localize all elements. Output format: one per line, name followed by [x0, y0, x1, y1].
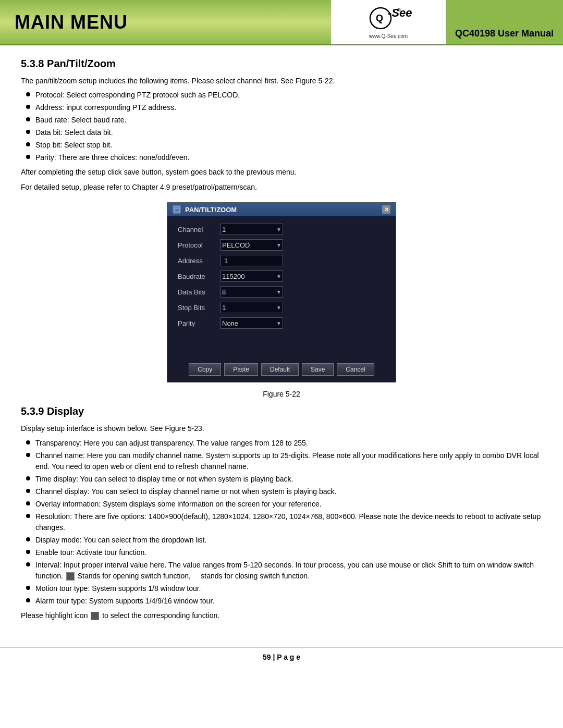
bullet-icon	[26, 142, 30, 146]
svg-rect-4	[174, 207, 179, 212]
list-item: Enable tour: Activate tour function.	[26, 547, 542, 558]
list-item: Parity: There are three choices: none/od…	[26, 152, 542, 163]
list-item: Data bit: Select data bit.	[26, 127, 542, 138]
bullet-icon	[26, 537, 30, 541]
svg-text:Q: Q	[376, 13, 383, 23]
bullet-icon	[26, 562, 30, 566]
manual-label: QC40198 User Manual	[455, 28, 554, 39]
dialog-close-button[interactable]: ✕	[382, 205, 390, 214]
list-item: Baud rate: Select baud rate.	[26, 115, 542, 126]
chevron-down-icon: ▼	[276, 305, 282, 311]
chevron-down-icon: ▼	[276, 227, 282, 232]
select-databits[interactable]: 8 ▼	[221, 286, 283, 298]
section-display-heading: 5.3.9 Display	[21, 405, 542, 417]
dialog-row-channel: Channel 1 ▼	[178, 224, 385, 235]
label-parity: Parity	[178, 319, 221, 327]
list-item: Protocol: Select corresponding PTZ proto…	[26, 90, 542, 101]
ptz-dialog: PAN/TILT/ZOOM ✕ Channel 1 ▼ Protocol	[167, 202, 396, 382]
paste-button[interactable]: Paste	[224, 363, 258, 376]
label-baudrate: Baudrate	[178, 273, 221, 280]
page-header: MAIN MENU Q -See ® www.Q-See.com QC40198…	[0, 0, 563, 45]
display-bullets: Transparency: Here you can adjust transp…	[26, 438, 542, 607]
list-item: Transparency: Here you can adjust transp…	[26, 438, 542, 449]
section-ptz-heading: 5.3.8 Pan/Tilt/Zoom	[21, 58, 542, 70]
dialog-title-icon	[173, 205, 181, 214]
select-protocol[interactable]: PELCOD ▼	[221, 239, 283, 251]
logo-url: www.Q-See.com	[369, 33, 408, 39]
bullet-icon	[26, 476, 30, 480]
chevron-down-icon: ▼	[276, 274, 282, 279]
manual-label-area: QC40198 User Manual	[446, 0, 563, 44]
list-item: Channel name: Here you can modify channe…	[26, 450, 542, 472]
dialog-titlebar: PAN/TILT/ZOOM ✕	[167, 203, 396, 216]
label-address: Address	[178, 257, 221, 265]
bullet-icon	[26, 598, 30, 602]
highlight-text: Please highlight icon to select the corr…	[21, 610, 542, 621]
page-footer: 59 | P a g e	[0, 647, 563, 667]
bullet-icon	[26, 489, 30, 493]
dialog-row-baudrate: Baudrate 115200 ▼	[178, 270, 385, 282]
switch-open-icon	[66, 572, 75, 581]
qsee-logo-svg: Q -See ®	[365, 5, 412, 31]
list-item: Time display: You can select to display …	[26, 474, 542, 485]
bullet-icon	[26, 440, 30, 445]
bullet-icon	[26, 92, 30, 96]
select-stopbits[interactable]: 1 ▼	[221, 302, 283, 313]
bullet-icon	[26, 130, 30, 134]
copy-button[interactable]: Copy	[189, 363, 221, 376]
page-number: 59 | P a g e	[263, 653, 300, 661]
ptz-bullets: Protocol: Select corresponding PTZ proto…	[26, 90, 542, 163]
figure-caption: Figure 5-22	[21, 390, 542, 398]
chevron-down-icon: ▼	[276, 242, 282, 248]
dialog-row-protocol: Protocol PELCOD ▼	[178, 239, 385, 251]
list-item: Channel display: You can select to displ…	[26, 486, 542, 497]
page-content: 5.3.8 Pan/Tilt/Zoom The pan/tilt/zoom se…	[0, 45, 563, 637]
label-protocol: Protocol	[178, 241, 221, 249]
save-button[interactable]: Save	[302, 363, 334, 376]
dialog-row-databits: Data Bits 8 ▼	[178, 286, 385, 298]
logo-container: Q -See ® www.Q-See.com	[365, 5, 412, 39]
dialog-footer: Copy Paste Default Save Cancel	[167, 359, 396, 382]
list-item: Address: input corresponding PTZ address…	[26, 102, 542, 113]
highlight-icon	[91, 612, 99, 620]
main-menu-title: MAIN MENU	[0, 0, 331, 44]
label-stopbits: Stop Bits	[178, 304, 221, 312]
dialog-body: Channel 1 ▼ Protocol PELCOD ▼ Addr	[167, 216, 396, 359]
cancel-button[interactable]: Cancel	[337, 363, 374, 376]
ptz-after-1: After completing the setup click save bu…	[21, 166, 542, 178]
list-item: Overlay information: System displays som…	[26, 499, 542, 510]
select-channel[interactable]: 1 ▼	[221, 224, 283, 235]
dialog-row-parity: Parity None ▼	[178, 317, 385, 329]
chevron-down-icon: ▼	[276, 320, 282, 326]
select-parity[interactable]: None ▼	[221, 317, 283, 329]
list-item: Motion tour type: System supports 1/8 wi…	[26, 583, 542, 594]
bullet-icon	[26, 586, 30, 590]
list-item: Resolution: There are five options: 1400…	[26, 511, 542, 533]
dialog-row-address: Address	[178, 255, 385, 266]
title-text: MAIN MENU	[15, 11, 128, 33]
select-baudrate[interactable]: 115200 ▼	[221, 270, 283, 282]
bullet-icon	[26, 550, 30, 554]
chevron-down-icon: ▼	[276, 289, 282, 295]
svg-text:®: ®	[397, 7, 401, 13]
dialog-title-text: PAN/TILT/ZOOM	[185, 206, 237, 214]
ptz-intro: The pan/tilt/zoom setup includes the fol…	[21, 75, 542, 87]
list-item: Interval: Input proper interval value he…	[26, 560, 542, 582]
logo-area: Q -See ® www.Q-See.com	[331, 0, 446, 44]
bullet-icon	[26, 501, 30, 505]
bullet-icon	[26, 453, 30, 457]
default-button[interactable]: Default	[261, 363, 299, 376]
list-item: Alarm tour type: System supports 1/4/9/1…	[26, 596, 542, 607]
bullet-icon	[26, 105, 30, 109]
dialog-row-stopbits: Stop Bits 1 ▼	[178, 302, 385, 313]
list-item: Stop bit: Select stop bit.	[26, 140, 542, 151]
label-channel: Channel	[178, 226, 221, 233]
display-intro: Display setup interface is shown below. …	[21, 423, 542, 434]
bullet-icon	[26, 155, 30, 159]
input-address[interactable]	[221, 255, 283, 266]
list-item: Display mode: You can select from the dr…	[26, 535, 542, 546]
ptz-after-2: For detailed setup, please refer to Chap…	[21, 181, 542, 193]
bullet-icon	[26, 117, 30, 121]
bullet-icon	[26, 514, 30, 518]
label-databits: Data Bits	[178, 288, 221, 296]
